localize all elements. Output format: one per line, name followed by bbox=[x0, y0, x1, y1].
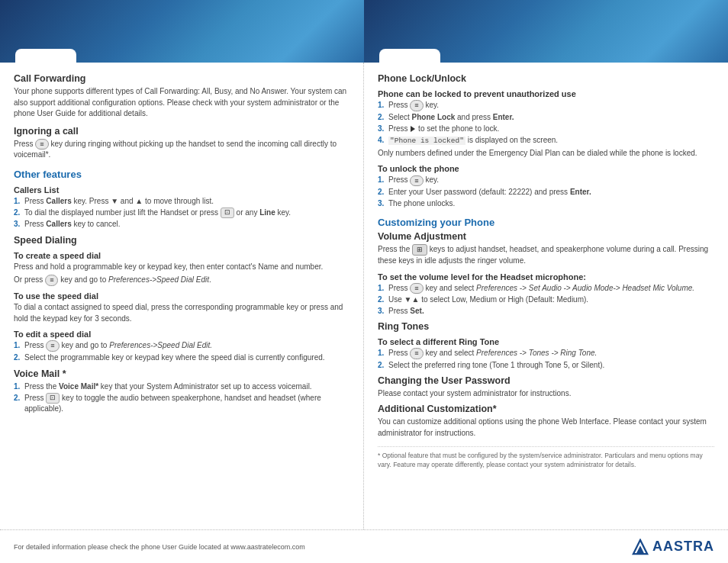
headset-mic-item-1: 1. Press ≡ key and select Preferences ->… bbox=[378, 283, 714, 294]
unlock-item-3: 3. The phone unlocks. bbox=[378, 198, 714, 209]
ring-key-1: ≡ bbox=[410, 348, 423, 359]
banner-tab-left bbox=[15, 49, 76, 63]
footer-text: For detailed information please check th… bbox=[14, 543, 305, 551]
use-speed-dial-title: To use the speed dial bbox=[14, 291, 350, 301]
phone-lock-title: Phone Lock/Unlock bbox=[378, 73, 714, 84]
volume-section: Volume Adjustment Press the ⊞ keys to ad… bbox=[378, 231, 714, 317]
arrow-right-icon bbox=[411, 126, 415, 132]
unlock-list: 1. Press ≡ key. 2. Enter your User passw… bbox=[378, 175, 714, 209]
volume-body: Press the ⊞ keys to adjust handset, head… bbox=[378, 244, 714, 267]
ring-tone-item-2: 2. Select the preferred ring tone (Tone … bbox=[378, 360, 714, 371]
voice-mail-title: Voice Mail * bbox=[14, 368, 350, 379]
customizing-section: Customizing your Phone Volume Adjustment… bbox=[378, 217, 714, 469]
headset-mic-item-2: 2. Use ▼▲ to select Low, Medium or High … bbox=[378, 294, 714, 305]
ring-tones-subtitle: To select a different Ring Tone bbox=[378, 337, 714, 346]
callers-list-item-3: 3. Press Callers key to cancel. bbox=[14, 219, 350, 230]
change-password-title: Changing the User Password bbox=[378, 375, 714, 386]
voice-mail-item-1: 1. Press the Voice Mail* key that your S… bbox=[14, 381, 350, 392]
right-column: Phone Lock/Unlock Phone can be locked to… bbox=[364, 63, 728, 529]
headset-key-1: ≡ bbox=[410, 283, 423, 294]
unlock-item-1: 1. Press ≡ key. bbox=[378, 175, 714, 186]
ignoring-call-title: Ignoring a call bbox=[14, 126, 350, 137]
phone-lock-item-1: 1. Press ≡ key. bbox=[378, 100, 714, 111]
speed-dialing-title: Speed Dialing bbox=[14, 235, 350, 246]
footnote: * Optional feature that must be configur… bbox=[378, 446, 714, 469]
edit-speed-dial-item-2: 2. Select the programmable key or keypad… bbox=[14, 352, 350, 363]
edit-key-btn: ≡ bbox=[46, 340, 59, 352]
lock-key-1: ≡ bbox=[410, 100, 423, 111]
unlock-item-2: 2. Enter your User password (default: 22… bbox=[378, 187, 714, 198]
ignoring-call-section: Ignoring a call Press ≡ key during ringi… bbox=[14, 126, 350, 161]
banner-left bbox=[0, 0, 364, 63]
phone-lock-note: Only numbers defined under the Emergency… bbox=[378, 148, 714, 159]
vol-key-icon: ⊞ bbox=[412, 244, 427, 256]
other-features-section: Other features Callers List 1. Press Cal… bbox=[14, 169, 350, 414]
phone-lock-list: 1. Press ≡ key. 2. Select Phone Lock and… bbox=[378, 100, 714, 146]
aastra-logo-text: AASTRA bbox=[652, 539, 714, 555]
call-forwarding-section: Call Forwarding Your phone supports diff… bbox=[14, 73, 350, 120]
callers-list: 1. Press Callers key. Press ▼ and ▲ to m… bbox=[14, 196, 350, 230]
other-features-title: Other features bbox=[14, 169, 350, 180]
phone-locked-text: "Phone is locked" bbox=[388, 137, 465, 145]
phone-lock-section: Phone Lock/Unlock Phone can be locked to… bbox=[378, 73, 714, 209]
add-custom-body: You can customize additional options usi… bbox=[378, 417, 714, 439]
unlock-title: To unlock the phone bbox=[378, 164, 714, 173]
voice-mail-item-2: 2. Press ⊡ key to toggle the audio betwe… bbox=[14, 393, 350, 414]
callers-list-section: Callers List 1. Press Callers key. Press… bbox=[14, 185, 350, 230]
edit-speed-dial-title: To edit a speed dial bbox=[14, 330, 350, 339]
banner-tab-right bbox=[379, 49, 440, 63]
left-column: Call Forwarding Your phone supports diff… bbox=[0, 63, 364, 529]
callers-dial-key: ⊡ bbox=[221, 208, 234, 218]
volume-title: Volume Adjustment bbox=[378, 231, 714, 242]
headset-mic-list: 1. Press ≡ key and select Preferences ->… bbox=[378, 283, 714, 317]
change-password-body: Please contact your system administrator… bbox=[378, 388, 714, 400]
call-forwarding-title: Call Forwarding bbox=[14, 73, 350, 84]
voice-mail-section: Voice Mail * 1. Press the Voice Mail* ke… bbox=[14, 368, 350, 414]
speed-dial-key-1: ≡ bbox=[45, 275, 58, 286]
phone-lock-subtitle: Phone can be locked to prevent unauthori… bbox=[378, 89, 714, 98]
callers-list-item-1: 1. Press Callers key. Press ▼ and ▲ to m… bbox=[14, 196, 350, 207]
add-custom-title: Additional Customization* bbox=[378, 404, 714, 414]
ring-tones-section: Ring Tones To select a different Ring To… bbox=[378, 321, 714, 371]
ring-tones-title: Ring Tones bbox=[378, 321, 714, 332]
ignoring-call-body: Press ≡ key during ringing without picki… bbox=[14, 139, 350, 161]
phone-lock-item-4: 4. "Phone is locked" is displayed on the… bbox=[378, 135, 714, 146]
voice-mail-list: 1. Press the Voice Mail* key that your S… bbox=[14, 381, 350, 414]
main-content: Call Forwarding Your phone supports diff… bbox=[0, 63, 728, 529]
speed-dialing-section: Speed Dialing To create a speed dial Pre… bbox=[14, 235, 350, 363]
add-custom-section: Additional Customization* You can custom… bbox=[378, 404, 714, 439]
banner-right bbox=[364, 0, 728, 63]
headset-mic-item-3: 3. Press Set. bbox=[378, 306, 714, 317]
aastra-logo: AASTRA bbox=[630, 539, 714, 555]
customizing-title: Customizing your Phone bbox=[378, 217, 714, 228]
aastra-logo-icon bbox=[630, 539, 651, 555]
call-forwarding-body: Your phone supports different types of C… bbox=[14, 86, 350, 120]
use-speed-dial-body: To dial a contact assigned to speed dial… bbox=[14, 302, 350, 324]
top-banners bbox=[0, 0, 728, 63]
edit-speed-dial-item-1: 1. Press ≡ key and go to Preferences->Sp… bbox=[14, 340, 350, 352]
change-password-section: Changing the User Password Please contac… bbox=[378, 375, 714, 400]
ignore-key-btn: ≡ bbox=[35, 139, 48, 150]
create-speed-dial-or: Or press ≡ key and go to Preferences->Sp… bbox=[14, 275, 350, 286]
ring-tones-list: 1. Press ≡ key and select Preferences ->… bbox=[378, 348, 714, 371]
vm-speaker-key: ⊡ bbox=[46, 393, 60, 404]
callers-list-item-2: 2. To dial the displayed number just lif… bbox=[14, 208, 350, 218]
phone-lock-item-2: 2. Select Phone Lock and press Enter. bbox=[378, 112, 714, 123]
edit-speed-dial-list: 1. Press ≡ key and go to Preferences->Sp… bbox=[14, 340, 350, 363]
unlock-key-1: ≡ bbox=[410, 175, 423, 187]
ring-tone-item-1: 1. Press ≡ key and select Preferences ->… bbox=[378, 348, 714, 359]
create-speed-dial-body: Press and hold a programmable key or key… bbox=[14, 262, 350, 273]
create-speed-dial-title: To create a speed dial bbox=[14, 251, 350, 260]
callers-list-title: Callers List bbox=[14, 185, 350, 195]
headset-mic-title: To set the volume level for the Headset … bbox=[378, 272, 714, 282]
phone-lock-item-3: 3. Press to set the phone to lock. bbox=[378, 124, 714, 134]
footer: For detailed information please check th… bbox=[0, 529, 728, 563]
